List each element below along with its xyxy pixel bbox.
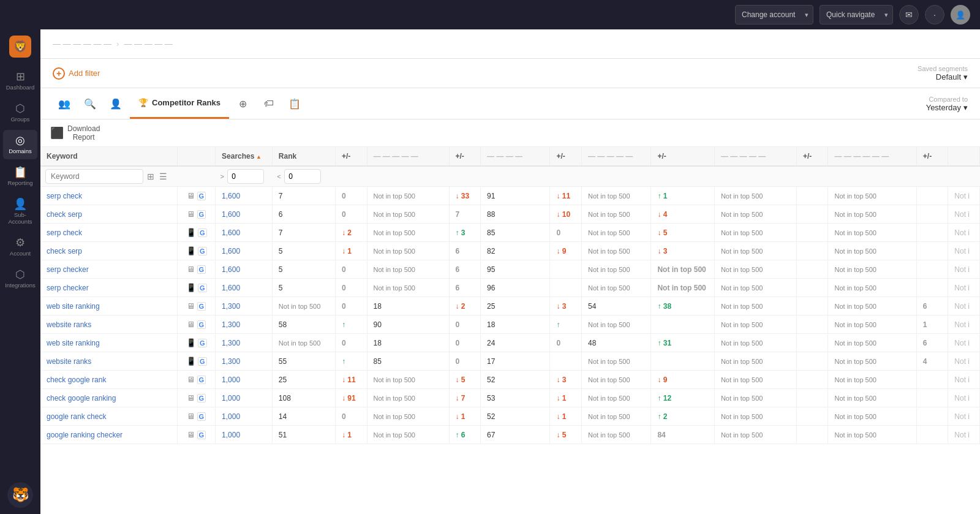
col-comp2c: +/-: [550, 147, 582, 166]
change-cell: ↑: [335, 352, 367, 371]
sidebar-label-account: Account: [10, 250, 31, 257]
searches-link[interactable]: 1,600: [222, 284, 240, 292]
keyword-link[interactable]: google ranking checker: [47, 431, 123, 439]
sidebar-item-reporting[interactable]: 📋 Reporting: [3, 162, 37, 191]
change-account-wrapper[interactable]: Change account: [735, 5, 813, 25]
searches-link[interactable]: 1,600: [222, 247, 240, 255]
comp2c-cell: ↓ 1: [550, 389, 582, 407]
comp2-cell: 18: [481, 316, 550, 334]
keyword-link[interactable]: website ranks: [47, 320, 91, 329]
device-cell: 🖥 G: [178, 426, 216, 444]
tab-btn-target[interactable]: ⊕: [232, 92, 255, 115]
tab-btn-search[interactable]: 🔍: [78, 92, 102, 115]
keyword-link[interactable]: check google ranking: [47, 394, 116, 403]
comp1-cell: Not in top 500: [367, 279, 449, 297]
searches-link[interactable]: 1,600: [222, 192, 240, 200]
comp5c-cell: 6: [916, 297, 948, 316]
keyword-link[interactable]: serp checker: [47, 284, 89, 292]
searches-filter-cell[interactable]: >: [216, 166, 273, 187]
sidebar-label-integrations: Integrations: [5, 282, 36, 289]
sidebar-item-integrations[interactable]: ⬡ Integrations: [3, 264, 37, 293]
add-filter-button[interactable]: + Add filter: [53, 67, 100, 80]
rank-filter-cell[interactable]: <: [272, 166, 335, 187]
searches-link[interactable]: 1,000: [222, 394, 240, 403]
comp5-cell: Not in top 500: [828, 187, 916, 205]
quick-navigate-select[interactable]: Quick navigate: [820, 5, 893, 25]
comp5-cell: Not in top 500: [828, 297, 916, 316]
tiger-icon[interactable]: 🐯: [7, 482, 33, 508]
keyword-link[interactable]: website ranks: [47, 357, 91, 366]
keyword-filter-cell[interactable]: ⊞ ☰: [40, 166, 178, 187]
filter-grid-icon[interactable]: ⊞: [146, 170, 156, 183]
change-cell: ↓ 1: [335, 426, 367, 444]
keyword-link[interactable]: check serp: [47, 247, 82, 255]
tab-btn-users[interactable]: 👥: [53, 92, 76, 115]
more-cell: Not i: [948, 205, 980, 224]
user-menu-btn[interactable]: ·: [925, 5, 944, 25]
comp3c-cell: [651, 316, 714, 334]
keyword-link[interactable]: web site ranking: [47, 339, 100, 347]
table-row: web site ranking 🖥 G 1,300 Not in top 50…: [40, 297, 980, 316]
comp3-cell: Not in top 500: [582, 279, 651, 297]
comp2-cell: 53: [481, 389, 550, 407]
comp2c-cell: ↓ 3: [550, 297, 582, 316]
change-account-select[interactable]: Change account: [735, 5, 813, 25]
col-searches[interactable]: Searches: [216, 147, 273, 166]
comp4-cell: Not in top 500: [714, 407, 796, 426]
google-icon: G: [197, 431, 206, 439]
comp3-cell: Not in top 500: [582, 260, 651, 279]
searches-link[interactable]: 1,300: [222, 339, 240, 347]
mail-icon-btn[interactable]: ✉: [899, 5, 919, 25]
download-report-button[interactable]: ⬛ DownloadReport: [50, 124, 100, 142]
google-icon: G: [197, 320, 206, 329]
download-report-label: DownloadReport: [67, 124, 100, 142]
sidebar-item-subaccounts[interactable]: 👤 Sub-Accounts: [3, 194, 37, 230]
searches-link[interactable]: 1,300: [222, 357, 240, 366]
searches-link[interactable]: 1,000: [222, 431, 240, 439]
keyword-link[interactable]: serp check: [47, 229, 82, 237]
comp3c-filter-cell: [651, 166, 714, 187]
avatar[interactable]: 👤: [951, 5, 970, 25]
rank-cell: 7: [272, 187, 335, 205]
sidebar-item-domains[interactable]: ◎ Domains: [3, 130, 37, 159]
keyword-link[interactable]: google rank check: [47, 412, 106, 421]
tab-btn-clipboard[interactable]: 📋: [283, 92, 306, 115]
keyword-filter-input[interactable]: [45, 169, 143, 184]
searches-link[interactable]: 1,600: [222, 210, 240, 219]
compare-value[interactable]: Yesterday ▾: [926, 103, 968, 112]
logo[interactable]: 🦁: [9, 36, 31, 58]
sidebar-item-dashboard[interactable]: ⊞ Dashboard: [3, 66, 37, 96]
compare-label: Compared to: [929, 96, 968, 103]
keyword-link[interactable]: web site ranking: [47, 302, 100, 311]
table-row: check serp 📱 G 1,600 5 ↓ 1 Not in top 50…: [40, 242, 980, 260]
searches-link[interactable]: 1,000: [222, 376, 240, 384]
saved-segments-value[interactable]: Default ▾: [936, 72, 968, 81]
keyword-link[interactable]: serp check: [47, 192, 82, 200]
searches-link[interactable]: 1,300: [222, 302, 240, 311]
sidebar-item-groups[interactable]: ⬡ Groups: [3, 98, 37, 127]
change-cell: 0: [335, 205, 367, 224]
tab-btn-tag[interactable]: 🏷: [257, 92, 281, 115]
comp2c-cell: ↓ 10: [550, 205, 582, 224]
comp4c-cell: [796, 187, 828, 205]
searches-link[interactable]: 1,600: [222, 265, 240, 274]
keyword-link[interactable]: check serp: [47, 210, 82, 219]
rank-max-input[interactable]: [284, 169, 321, 184]
col-comp5: — — — — — —: [828, 147, 916, 166]
searches-cell: 1,600: [216, 279, 273, 297]
filter-list-icon[interactable]: ☰: [158, 170, 168, 183]
searches-link[interactable]: 1,000: [222, 412, 240, 421]
tab-btn-person[interactable]: 👤: [104, 92, 127, 115]
quick-navigate-wrapper[interactable]: Quick navigate: [820, 5, 893, 25]
sidebar-item-account[interactable]: ⚙ Account: [3, 232, 37, 262]
searches-link[interactable]: 1,600: [222, 229, 240, 237]
table-row: web site ranking 📱 G 1,300 Not in top 50…: [40, 334, 980, 352]
searches-link[interactable]: 1,300: [222, 320, 240, 329]
col-more: [948, 147, 980, 166]
keyword-cell: serp check: [40, 224, 178, 242]
comp2c-cell: 0: [550, 224, 582, 242]
keyword-link[interactable]: check google rank: [47, 376, 106, 384]
tab-competitor-ranks[interactable]: 🏆 Competitor Ranks: [130, 88, 229, 119]
keyword-link[interactable]: serp checker: [47, 265, 89, 274]
searches-min-input[interactable]: [227, 169, 264, 184]
